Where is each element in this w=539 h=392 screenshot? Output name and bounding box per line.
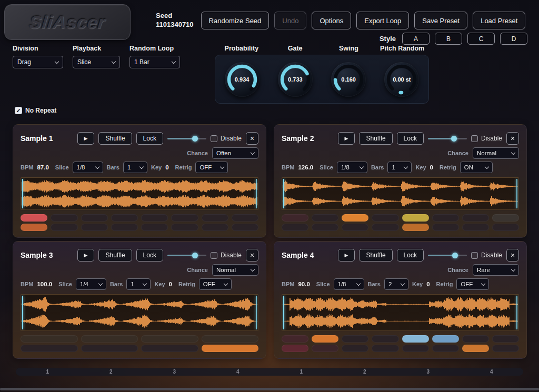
slice-pad[interactable] — [51, 214, 77, 222]
slice-pad[interactable] — [282, 335, 308, 343]
slice-pad[interactable] — [372, 214, 398, 222]
options-button[interactable]: Options — [312, 12, 351, 29]
slice-pad[interactable] — [432, 214, 459, 222]
slice-pad[interactable] — [202, 214, 228, 222]
slice-pad[interactable] — [171, 214, 198, 222]
slice-pad[interactable] — [372, 224, 398, 231]
export-loop-button[interactable]: Export Loop — [356, 12, 409, 29]
slice-pad[interactable] — [202, 335, 259, 343]
slice-select[interactable]: 1/8 — [337, 162, 367, 173]
slice-pad[interactable] — [312, 345, 338, 352]
slice-pad[interactable] — [312, 335, 338, 343]
lock-button[interactable]: Lock — [397, 249, 424, 262]
retrig-select[interactable]: OFF — [195, 162, 228, 173]
close-button[interactable]: × — [246, 249, 258, 262]
slice-pad[interactable] — [492, 224, 519, 231]
retrig-select[interactable]: OFF — [199, 278, 232, 290]
bars-select[interactable]: 1 — [387, 162, 412, 173]
slider-handle[interactable] — [451, 136, 457, 142]
slice-pad[interactable] — [141, 345, 198, 352]
slice-pad[interactable] — [372, 335, 398, 343]
shuffle-button[interactable]: Shuffle — [98, 249, 132, 262]
volume-slider[interactable] — [167, 132, 206, 145]
slice-pad[interactable] — [232, 224, 258, 231]
load-preset-button[interactable]: Load Preset — [473, 12, 525, 29]
slice-pad[interactable] — [81, 345, 138, 352]
division-select[interactable]: Drag — [13, 56, 63, 68]
waveform-display[interactable] — [21, 177, 258, 210]
shuffle-button[interactable]: Shuffle — [359, 132, 392, 145]
style-a-button[interactable]: A — [402, 33, 430, 45]
shuffle-button[interactable]: Shuffle — [98, 132, 132, 145]
chance-select[interactable]: Often — [212, 147, 258, 159]
gate-knob[interactable]: 0.733 — [278, 62, 313, 97]
volume-slider[interactable] — [167, 249, 206, 262]
random-loop-select[interactable]: 1 Bar — [129, 56, 180, 68]
slider-handle[interactable] — [192, 253, 198, 258]
lock-button[interactable]: Lock — [136, 132, 163, 145]
slice-pad[interactable] — [312, 214, 338, 222]
save-preset-button[interactable]: Save Preset — [414, 12, 467, 29]
slice-pad[interactable] — [21, 214, 47, 222]
bottom-scrollbar[interactable] — [0, 388, 539, 390]
bars-select[interactable]: 1 — [126, 278, 151, 290]
slice-pad[interactable] — [462, 224, 489, 231]
slice-select[interactable]: 1/4 — [76, 278, 106, 290]
swing-knob[interactable]: 0.160 — [331, 62, 366, 97]
slice-pad[interactable] — [462, 335, 489, 343]
slice-pad[interactable] — [21, 224, 47, 231]
probability-knob[interactable]: 0.934 — [225, 62, 259, 97]
chance-select[interactable]: Normal — [212, 264, 258, 276]
slice-pad[interactable] — [492, 345, 519, 352]
slice-pad[interactable] — [342, 345, 368, 352]
waveform-display[interactable] — [282, 177, 519, 210]
volume-slider[interactable] — [428, 132, 467, 145]
volume-slider[interactable] — [428, 249, 467, 262]
slice-pad[interactable] — [342, 224, 368, 231]
playback-select[interactable]: Slice — [73, 56, 120, 68]
slice-pad[interactable] — [492, 335, 519, 343]
close-button[interactable]: × — [506, 132, 519, 145]
slice-pad[interactable] — [402, 214, 429, 222]
slice-pad[interactable] — [312, 224, 338, 231]
chance-select[interactable]: Normal — [473, 147, 519, 159]
slice-pad[interactable] — [402, 335, 429, 343]
slice-pad[interactable] — [232, 214, 258, 222]
lock-button[interactable]: Lock — [397, 132, 424, 145]
slice-pad[interactable] — [462, 345, 489, 352]
disable-checkbox[interactable]: Disable — [211, 135, 242, 142]
retrig-select[interactable]: ON — [460, 162, 493, 173]
retrig-select[interactable]: OFF — [456, 278, 489, 290]
slice-pad[interactable] — [21, 335, 78, 343]
slider-handle[interactable] — [452, 253, 458, 258]
slice-pad[interactable] — [171, 224, 198, 231]
slice-select[interactable]: 1/8 — [73, 162, 103, 173]
slice-pad[interactable] — [282, 214, 308, 222]
slice-pad[interactable] — [402, 224, 429, 231]
slice-pad[interactable] — [202, 345, 259, 352]
slider-handle[interactable] — [192, 136, 198, 142]
no-repeat-checkbox[interactable]: ✓ No Repeat — [15, 107, 56, 114]
slice-pad[interactable] — [51, 224, 77, 231]
slice-pad[interactable] — [111, 214, 138, 222]
slice-select[interactable]: 1/8 — [334, 278, 364, 290]
slice-pad[interactable] — [432, 345, 459, 352]
undo-button[interactable]: Undo — [274, 12, 306, 29]
play-button[interactable]: ▶ — [338, 249, 355, 262]
slice-pad[interactable] — [342, 335, 368, 343]
slice-pad[interactable] — [432, 335, 459, 343]
bars-select[interactable]: 1 — [123, 162, 147, 173]
slice-pad[interactable] — [111, 224, 138, 231]
slice-pad[interactable] — [202, 224, 228, 231]
slice-pad[interactable] — [402, 345, 429, 352]
slice-pad[interactable] — [141, 224, 168, 231]
play-button[interactable]: ▶ — [77, 249, 95, 262]
style-b-button[interactable]: B — [435, 33, 462, 45]
slice-pad[interactable] — [81, 335, 138, 343]
play-button[interactable]: ▶ — [77, 132, 95, 145]
slice-pad[interactable] — [141, 214, 168, 222]
disable-checkbox[interactable]: Disable — [211, 252, 242, 259]
slice-pad[interactable] — [21, 345, 78, 352]
waveform-display[interactable] — [21, 294, 258, 331]
waveform-display[interactable] — [282, 294, 519, 331]
